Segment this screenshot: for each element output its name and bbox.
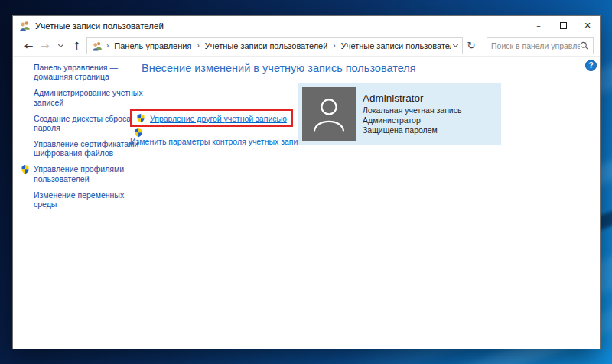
refresh-icon: ↻ [467,40,476,51]
sidebar-item-file-encryption-certs[interactable]: Управление сертификатами шифрования файл… [21,139,144,158]
account-role: Администратор [363,115,461,125]
window-title: Учетные записи пользователей [35,21,164,31]
change-uac-settings-link[interactable]: Изменить параметры контроля учетных запи… [130,137,311,146]
sidebar-item-password-reset-disk[interactable]: Создание дискеты сброса пароля [21,114,144,132]
sidebar-item-label: Управление профилями пользователей [34,164,124,183]
sidebar: Панель управления — домашняя страница Ад… [21,63,144,216]
user-accounts-icon [19,20,31,31]
search-box[interactable] [487,37,594,54]
maximize-button[interactable] [551,16,575,35]
minimize-icon: – [536,21,541,31]
minimize-button[interactable]: – [526,16,551,35]
sidebar-item-manage-accounts[interactable]: Администрирование учетных записей [21,88,144,106]
forward-icon: → [41,40,50,52]
close-button[interactable]: ✕ [575,16,600,35]
back-icon: ← [24,40,34,52]
maximize-icon [560,22,567,29]
manage-another-account-link[interactable]: Управление другой учетной записью [150,114,287,123]
breadcrumb-separator: › [333,41,335,50]
help-icon: ? [588,61,593,70]
up-icon: ↑ [73,40,82,52]
highlight-annotation: Управление другой учетной записью [130,109,293,127]
refresh-button[interactable]: ↻ [463,37,480,54]
uac-shield-icon [21,164,30,176]
sidebar-item-label: Управление сертификатами шифрования файл… [34,139,138,158]
uac-shield-icon [136,113,145,123]
address-dropdown-icon[interactable] [453,41,458,47]
navigation-bar: ← → ↑ › Панель управления › [13,35,600,57]
help-button[interactable]: ? [585,60,597,71]
recent-locations-button[interactable] [53,37,69,54]
search-icon [580,41,589,50]
account-password-status: Защищена паролем [363,125,461,135]
sidebar-item-home[interactable]: Панель управления — домашняя страница [21,63,144,81]
account-info: Administrator Локальная учетная запись А… [363,93,461,135]
sidebar-item-label: Администрирование учетных записей [34,88,143,106]
up-button[interactable]: ↑ [69,37,85,54]
breadcrumb-item-control-panel[interactable]: Панель управления [114,41,191,50]
breadcrumb: › Панель управления › Учетные записи пол… [106,41,451,50]
sidebar-item-label: Панель управления — домашняя страница [34,63,118,81]
breadcrumb-separator: › [197,41,199,50]
content-area: ? Панель управления — домашняя страница … [13,57,600,349]
avatar [302,87,356,141]
account-panel: Administrator Локальная учетная запись А… [298,83,501,145]
address-bar[interactable]: › Панель управления › Учетные записи пол… [86,37,463,54]
account-type: Локальная учетная запись [363,106,461,115]
search-input[interactable] [491,41,580,50]
sidebar-item-environment-variables[interactable]: Изменение переменных среды [21,190,144,209]
title-bar[interactable]: Учетные записи пользователей – ✕ [13,16,600,35]
chevron-down-icon [58,41,63,47]
control-panel-window: Учетные записи пользователей – ✕ ← → ↑ [12,15,601,349]
page-title: Внесение изменений в учетную запись поль… [142,62,416,74]
breadcrumb-separator: › [106,41,109,50]
close-icon: ✕ [584,21,591,31]
sidebar-item-label: Создание дискеты сброса пароля [34,114,131,132]
sidebar-item-user-profiles[interactable]: Управление профилями пользователей [21,164,144,183]
sidebar-item-label: Изменение переменных среды [34,190,124,209]
account-name: Administrator [363,93,461,104]
location-icon [92,41,103,51]
breadcrumb-item-user-accounts[interactable]: Учетные записи пользователей [205,41,328,50]
back-button[interactable]: ← [21,37,37,54]
forward-button[interactable]: → [37,37,53,54]
breadcrumb-item-user-accounts-2[interactable]: Учетные записи пользователей [341,41,451,50]
